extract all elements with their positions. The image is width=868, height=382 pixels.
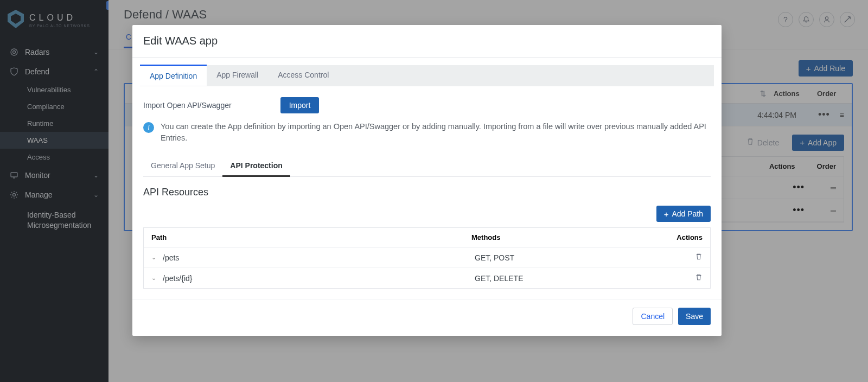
modal-header: Edit WAAS app [132,25,722,58]
api-path: /pets/{id} [163,274,475,283]
expand-icon[interactable]: ⌄ [151,254,156,261]
import-label: Import Open API/Swagger [143,101,232,110]
api-row: ⌄ /pets/{id} GET, DELETE [144,268,710,288]
section-title: API Resources [143,187,711,198]
api-resources-table: Path Methods Actions ⌄ /pets GET, POST ⌄… [143,227,711,289]
sub-tabs: General App Setup API Protection [143,157,711,177]
col-actions: Actions [665,233,703,241]
import-button[interactable]: Import [280,97,320,113]
tab-app-definition[interactable]: App Definition [140,65,207,86]
button-label: Add Path [672,209,703,218]
edit-waas-modal: Edit WAAS app App Definition App Firewal… [132,25,722,336]
modal-footer: Cancel Save [132,300,722,336]
expand-icon[interactable]: ⌄ [151,275,156,282]
api-path: /pets [163,253,475,262]
cancel-button[interactable]: Cancel [633,308,673,325]
modal-body: Import Open API/Swagger Import i You can… [132,86,722,300]
api-methods: GET, POST [475,253,665,262]
info-text: You can create the App definition by imp… [161,121,711,144]
modal-title: Edit WAAS app [143,35,711,47]
info-icon: i [143,122,154,133]
save-button[interactable]: Save [678,308,711,325]
add-path-button[interactable]: +Add Path [656,206,711,222]
plus-icon: + [664,210,669,218]
modal-tabs: App Definition App Firewall Access Contr… [140,65,714,86]
delete-row-button[interactable] [665,253,703,262]
tab-access-control[interactable]: Access Control [268,65,339,86]
api-row: ⌄ /pets GET, POST [144,247,710,268]
delete-row-button[interactable] [665,273,703,283]
subtab-general-setup[interactable]: General App Setup [143,157,222,176]
tab-app-firewall[interactable]: App Firewall [207,65,268,86]
subtab-api-protection[interactable]: API Protection [222,157,290,177]
col-path: Path [151,233,471,241]
col-methods: Methods [471,233,665,241]
api-methods: GET, DELETE [475,274,665,283]
